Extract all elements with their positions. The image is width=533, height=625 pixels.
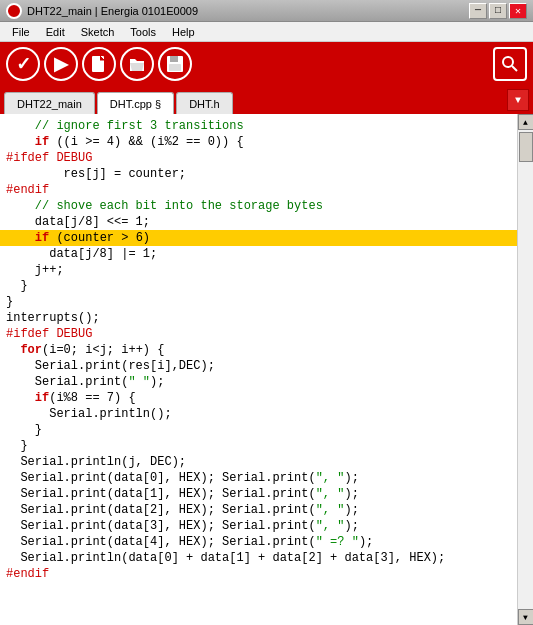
code-container: // ignore first 3 transitions if ((i >= … (0, 114, 533, 625)
title-text: DHT22_main | Energia 0101E0009 (27, 5, 198, 17)
code-line: } (0, 294, 517, 310)
code-line: } (0, 278, 517, 294)
open-button[interactable] (120, 47, 154, 81)
menu-tools[interactable]: Tools (122, 24, 164, 40)
save-button[interactable] (158, 47, 192, 81)
code-line: data[j/8] |= 1; (0, 246, 517, 262)
title-bar: DHT22_main | Energia 0101E0009 ─ □ ✕ (0, 0, 533, 22)
tab-dht22main[interactable]: DHT22_main (4, 92, 95, 114)
svg-line-5 (512, 66, 517, 71)
code-line: j++; (0, 262, 517, 278)
tab-dropdown-button[interactable]: ▼ (507, 89, 529, 111)
code-line: if ((i >= 4) && (i%2 == 0)) { (0, 134, 517, 150)
code-line: } (0, 438, 517, 454)
minimize-button[interactable]: ─ (469, 3, 487, 19)
maximize-button[interactable]: □ (489, 3, 507, 19)
code-editor[interactable]: // ignore first 3 transitions if ((i >= … (0, 114, 517, 625)
code-line: Serial.println(); (0, 406, 517, 422)
svg-point-4 (503, 57, 513, 67)
code-line: Serial.print(" "); (0, 374, 517, 390)
new-button[interactable] (82, 47, 116, 81)
code-line: Serial.print(data[0], HEX); Serial.print… (0, 470, 517, 486)
code-line: Serial.print(data[4], HEX); Serial.print… (0, 534, 517, 550)
menu-bar: File Edit Sketch Tools Help (0, 22, 533, 42)
code-line: // ignore first 3 transitions (0, 118, 517, 134)
title-bar-left: DHT22_main | Energia 0101E0009 (6, 3, 198, 19)
code-line-highlighted: if (counter > 6) (0, 230, 517, 246)
code-line: #endif (0, 566, 517, 582)
code-line: res[j] = counter; (0, 166, 517, 182)
upload-button[interactable]: ▶ (44, 47, 78, 81)
menu-help[interactable]: Help (164, 24, 203, 40)
svg-rect-2 (170, 56, 178, 62)
code-line: Serial.println(data[0] + data[1] + data[… (0, 550, 517, 566)
code-line: Serial.print(res[i],DEC); (0, 358, 517, 374)
scroll-thumb[interactable] (519, 132, 533, 162)
scroll-up-arrow[interactable]: ▲ (518, 114, 534, 130)
toolbar: ✓ ▶ (0, 42, 533, 86)
code-line: interrupts(); (0, 310, 517, 326)
code-line: for(i=0; i<j; i++) { (0, 342, 517, 358)
verify-button[interactable]: ✓ (6, 47, 40, 81)
title-controls: ─ □ ✕ (469, 3, 527, 19)
tabs-bar: DHT22_main DHT.cpp § DHT.h ▼ (0, 86, 533, 114)
code-line: Serial.print(data[2], HEX); Serial.print… (0, 502, 517, 518)
menu-edit[interactable]: Edit (38, 24, 73, 40)
code-line: #endif (0, 182, 517, 198)
code-line: // shove each bit into the storage bytes (0, 198, 517, 214)
menu-sketch[interactable]: Sketch (73, 24, 123, 40)
code-line: #ifdef DEBUG (0, 150, 517, 166)
tab-dhtcpp[interactable]: DHT.cpp § (97, 92, 174, 114)
menu-file[interactable]: File (4, 24, 38, 40)
code-line: if(i%8 == 7) { (0, 390, 517, 406)
code-line: Serial.println(j, DEC); (0, 454, 517, 470)
vertical-scrollbar[interactable]: ▲ ▼ (517, 114, 533, 625)
close-button[interactable]: ✕ (509, 3, 527, 19)
code-line: Serial.print(data[3], HEX); Serial.print… (0, 518, 517, 534)
code-line: data[j/8] <<= 1; (0, 214, 517, 230)
code-line: Serial.print(data[1], HEX); Serial.print… (0, 486, 517, 502)
code-line: #ifdef DEBUG (0, 326, 517, 342)
app-icon (6, 3, 22, 19)
search-button[interactable] (493, 47, 527, 81)
code-line: } (0, 422, 517, 438)
scroll-down-arrow[interactable]: ▼ (518, 609, 534, 625)
svg-rect-3 (169, 64, 181, 71)
tab-dhth[interactable]: DHT.h (176, 92, 233, 114)
